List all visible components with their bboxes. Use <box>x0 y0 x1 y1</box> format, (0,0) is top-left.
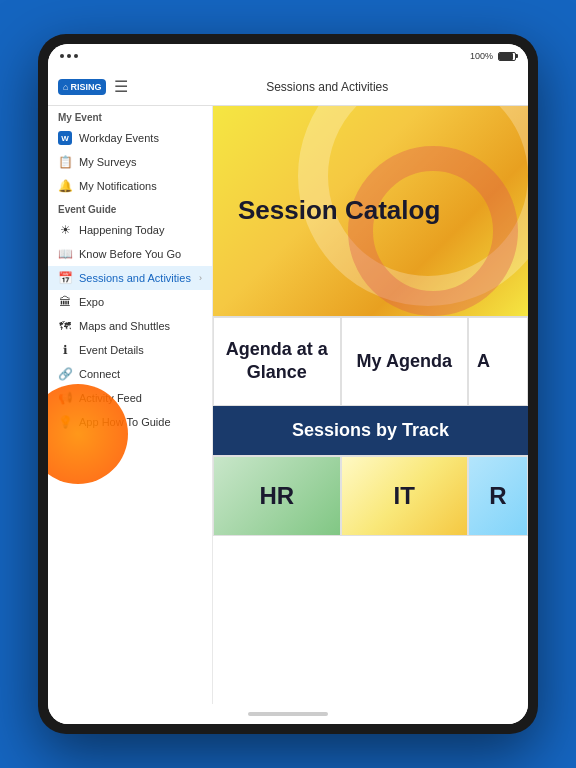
sidebar-item-expo[interactable]: 🏛 Expo <box>48 290 212 314</box>
signal-dot-1 <box>60 54 64 58</box>
it-label: IT <box>394 482 415 510</box>
partial-track-label: R <box>489 482 506 510</box>
track-cards-grid: HR IT R <box>213 455 528 536</box>
sessions-chevron-icon: › <box>199 273 202 283</box>
track-card-partial[interactable]: R <box>468 456 528 536</box>
battery-icon <box>498 52 516 61</box>
logo-text: RISING <box>70 82 101 92</box>
my-agenda-text: My Agenda <box>357 350 452 373</box>
battery-percent: 100% <box>470 51 493 61</box>
decorative-dots <box>133 471 177 494</box>
home-indicator <box>248 712 328 716</box>
sidebar-item-my-notifications[interactable]: 🔔 My Notifications <box>48 174 212 198</box>
partial-cell[interactable]: A <box>468 317 528 406</box>
sidebar-item-know-before[interactable]: 📖 Know Before You Go <box>48 242 212 266</box>
track-card-it[interactable]: IT <box>341 456 469 536</box>
workday-icon: W <box>58 131 72 145</box>
know-before-label: Know Before You Go <box>79 248 202 260</box>
sidebar-item-event-details[interactable]: ℹ Event Details <box>48 338 212 362</box>
happening-today-label: Happening Today <box>79 224 202 236</box>
event-guide-section-title: Event Guide <box>48 198 212 218</box>
catalog-header: Session Catalog <box>213 106 528 316</box>
tablet-frame: 100% ⌂ RISING ☰ Sessions and Activities … <box>38 34 538 734</box>
status-bar: 100% <box>48 44 528 68</box>
expo-label: Expo <box>79 296 202 308</box>
agenda-glance-text: Agenda at a Glance <box>224 338 330 385</box>
workday-events-label: Workday Events <box>79 132 202 144</box>
connect-icon: 🔗 <box>58 367 72 381</box>
catalog-title: Session Catalog <box>238 195 440 226</box>
bottom-bar <box>48 704 528 724</box>
sidebar-item-maps-shuttles[interactable]: 🗺 Maps and Shuttles <box>48 314 212 338</box>
event-details-label: Event Details <box>79 344 202 356</box>
battery-fill <box>499 53 513 60</box>
know-before-icon: 📖 <box>58 247 72 261</box>
happening-today-icon: ☀ <box>58 223 72 237</box>
agenda-grid: Agenda at a Glance My Agenda A <box>213 316 528 406</box>
main-area: My Event W Workday Events 📋 My Surveys 🔔… <box>48 106 528 704</box>
sidebar-item-happening-today[interactable]: ☀ Happening Today <box>48 218 212 242</box>
sessions-activities-label: Sessions and Activities <box>79 272 192 284</box>
sessions-by-track-bar[interactable]: Sessions by Track <box>213 406 528 455</box>
partial-text: A <box>477 351 490 372</box>
logo-icon: ⌂ <box>63 82 68 92</box>
status-right: 100% <box>470 51 516 61</box>
header-page-title: Sessions and Activities <box>136 80 518 94</box>
sessions-icon: 📅 <box>58 271 72 285</box>
my-agenda-cell[interactable]: My Agenda <box>341 317 469 406</box>
sidebar-item-my-surveys[interactable]: 📋 My Surveys <box>48 150 212 174</box>
expo-icon: 🏛 <box>58 295 72 309</box>
connect-label: Connect <box>79 368 202 380</box>
sessions-by-track-label: Sessions by Track <box>292 420 449 441</box>
status-dots <box>60 54 78 58</box>
track-card-hr[interactable]: HR <box>213 456 341 536</box>
hr-label: HR <box>259 482 294 510</box>
content-area: Session Catalog Agenda at a Glance My Ag… <box>213 106 528 704</box>
tablet-screen: 100% ⌂ RISING ☰ Sessions and Activities … <box>48 44 528 724</box>
sidebar-item-connect[interactable]: 🔗 Connect <box>48 362 212 386</box>
battery-tip <box>516 54 518 58</box>
app-logo: ⌂ RISING <box>58 79 106 95</box>
sidebar-item-workday-events[interactable]: W Workday Events <box>48 126 212 150</box>
signal-dot-3 <box>74 54 78 58</box>
signal-dot-2 <box>67 54 71 58</box>
agenda-at-glance-cell[interactable]: Agenda at a Glance <box>213 317 341 406</box>
my-event-section-title: My Event <box>48 106 212 126</box>
maps-icon: 🗺 <box>58 319 72 333</box>
header-bar: ⌂ RISING ☰ Sessions and Activities <box>48 68 528 106</box>
sidebar: My Event W Workday Events 📋 My Surveys 🔔… <box>48 106 213 704</box>
my-notifications-label: My Notifications <box>79 180 202 192</box>
event-details-icon: ℹ <box>58 343 72 357</box>
notifications-icon: 🔔 <box>58 179 72 193</box>
surveys-icon: 📋 <box>58 155 72 169</box>
hamburger-button[interactable]: ☰ <box>114 77 128 96</box>
my-surveys-label: My Surveys <box>79 156 202 168</box>
maps-label: Maps and Shuttles <box>79 320 202 332</box>
sidebar-item-sessions-activities[interactable]: 📅 Sessions and Activities › <box>48 266 212 290</box>
